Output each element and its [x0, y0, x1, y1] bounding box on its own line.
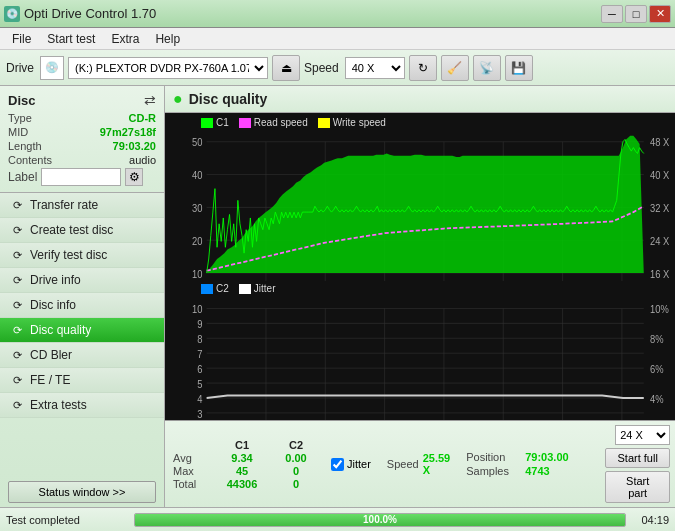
drive-label: Drive — [6, 61, 34, 75]
sidebar-item-fe-te[interactable]: ⟳ FE / TE — [0, 368, 164, 393]
menu-file[interactable]: File — [4, 30, 39, 48]
disc-mid-value: 97m27s18f — [100, 126, 156, 138]
avg-c1-val: 9.34 — [217, 452, 267, 464]
clear-button[interactable]: 🧹 — [441, 55, 469, 81]
position-samples-grid: Position 79:03.00 Samples 4743 — [466, 451, 595, 477]
total-c1-val: 44306 — [217, 478, 267, 490]
scan-button[interactable]: 📡 — [473, 55, 501, 81]
close-button[interactable]: ✕ — [649, 5, 671, 23]
verify-test-disc-icon: ⟳ — [10, 248, 24, 262]
samples-value: 4743 — [525, 465, 595, 477]
svg-text:40: 40 — [192, 170, 203, 182]
start-full-button[interactable]: Start full — [605, 448, 670, 468]
app-icon: 💿 — [4, 6, 20, 22]
sidebar-item-label: Drive info — [30, 273, 81, 287]
svg-text:4: 4 — [197, 393, 202, 405]
statusbar: Test completed 100.0% 04:19 — [0, 507, 675, 531]
sidebar-item-verify-test-disc[interactable]: ⟳ Verify test disc — [0, 243, 164, 268]
refresh-button[interactable]: ↻ — [409, 55, 437, 81]
jitter-checkbox-container: Jitter — [331, 458, 371, 471]
disc-quality-header-icon: ● — [173, 90, 183, 108]
main-area: Disc ⇄ Type CD-R MID 97m27s18f Length 79… — [0, 86, 675, 507]
jitter-checkbox[interactable] — [331, 458, 344, 471]
sidebar-nav: ⟳ Transfer rate ⟳ Create test disc ⟳ Ver… — [0, 193, 164, 418]
drive-info-icon: ⟳ — [10, 273, 24, 287]
speed-display: Speed 25.59 X — [387, 452, 450, 476]
avg-c2-val: 0.00 — [271, 452, 321, 464]
sidebar-item-disc-info[interactable]: ⟳ Disc info — [0, 293, 164, 318]
svg-text:6: 6 — [197, 364, 202, 376]
menu-extra[interactable]: Extra — [103, 30, 147, 48]
speed-select[interactable]: 40 X — [345, 57, 405, 79]
titlebar-left: 💿 Opti Drive Control 1.70 — [4, 6, 156, 22]
svg-text:6%: 6% — [650, 364, 664, 376]
svg-text:8%: 8% — [650, 334, 664, 346]
svg-text:16 X: 16 X — [650, 268, 670, 280]
sidebar-item-extra-tests[interactable]: ⟳ Extra tests — [0, 393, 164, 418]
jitter-legend-label: Jitter — [254, 283, 276, 294]
content-header: ● Disc quality — [165, 86, 675, 113]
sidebar-item-label: Verify test disc — [30, 248, 107, 262]
max-c1-val: 45 — [217, 465, 267, 477]
progress-bar: 100.0% — [135, 514, 625, 526]
label-gear-button[interactable]: ⚙ — [125, 168, 143, 186]
stats-row-headers: C1 C2 Avg 9.34 0.00 Max 45 0 Total 44306… — [173, 425, 667, 503]
sidebar-item-label: FE / TE — [30, 373, 70, 387]
svg-text:8: 8 — [197, 334, 202, 346]
drive-select[interactable]: (K:) PLEXTOR DVDR PX-760A 1.07 — [68, 57, 268, 79]
sidebar-item-drive-info[interactable]: ⟳ Drive info — [0, 268, 164, 293]
sidebar-item-disc-quality[interactable]: ⟳ Disc quality — [0, 318, 164, 343]
svg-text:24 X: 24 X — [650, 235, 670, 247]
jitter-legend-box — [239, 284, 251, 294]
extra-tests-icon: ⟳ — [10, 398, 24, 412]
save-button[interactable]: 💾 — [505, 55, 533, 81]
speed-stat-label: Speed — [387, 458, 419, 470]
sidebar-item-label: Create test disc — [30, 223, 113, 237]
disc-label-input[interactable] — [41, 168, 121, 186]
max-label: Max — [173, 465, 213, 477]
status-window-button[interactable]: Status window >> — [8, 481, 156, 503]
jitter-checkbox-label: Jitter — [347, 458, 371, 470]
sidebar-item-label: Transfer rate — [30, 198, 98, 212]
disc-length-label: Length — [8, 140, 42, 152]
sidebar-item-transfer-rate[interactable]: ⟳ Transfer rate — [0, 193, 164, 218]
c2-legend-box — [201, 284, 213, 294]
start-part-button[interactable]: Start part — [605, 471, 670, 503]
quality-speed-select[interactable]: 24 X — [615, 425, 670, 445]
disc-panel-arrow[interactable]: ⇄ — [144, 92, 156, 108]
disc-mid-row: MID 97m27s18f — [8, 126, 156, 138]
menu-help[interactable]: Help — [147, 30, 188, 48]
write-speed-legend-box — [318, 118, 330, 128]
sidebar-item-label: Extra tests — [30, 398, 87, 412]
disc-panel-header: Disc ⇄ — [8, 92, 156, 108]
sidebar-item-cd-bler[interactable]: ⟳ CD Bler — [0, 343, 164, 368]
disc-length-row: Length 79:03.20 — [8, 140, 156, 152]
stats-table: C1 C2 Avg 9.34 0.00 Max 45 0 Total 44306… — [173, 439, 321, 490]
minimize-button[interactable]: ─ — [601, 5, 623, 23]
cd-bler-icon: ⟳ — [10, 348, 24, 362]
speed-stat-value: 25.59 X — [423, 452, 451, 476]
chart1-legend: C1 Read speed Write speed — [165, 115, 675, 130]
sidebar-item-create-test-disc[interactable]: ⟳ Create test disc — [0, 218, 164, 243]
sidebar: Disc ⇄ Type CD-R MID 97m27s18f Length 79… — [0, 86, 165, 507]
menu-start-test[interactable]: Start test — [39, 30, 103, 48]
right-stats: Position 79:03.00 Samples 4743 24 X Star… — [466, 425, 670, 503]
disc-length-value: 79:03.20 — [113, 140, 156, 152]
svg-text:48 X: 48 X — [650, 137, 670, 149]
samples-label: Samples — [466, 465, 521, 477]
disc-label-row: Label ⚙ — [8, 168, 156, 186]
transfer-rate-icon: ⟳ — [10, 198, 24, 212]
stats-section: C1 C2 Avg 9.34 0.00 Max 45 0 Total 44306… — [165, 420, 675, 507]
eject-button[interactable]: ⏏ — [272, 55, 300, 81]
max-c2-val: 0 — [271, 465, 321, 477]
total-label: Total — [173, 478, 213, 490]
progress-bar-container: 100.0% — [134, 513, 626, 527]
disc-contents-value: audio — [129, 154, 156, 166]
maximize-button[interactable]: □ — [625, 5, 647, 23]
avg-label: Avg — [173, 452, 213, 464]
position-value: 79:03.00 — [525, 451, 595, 463]
disc-contents-row: Contents audio — [8, 154, 156, 166]
write-speed-legend-label: Write speed — [333, 117, 386, 128]
disc-type-row: Type CD-R — [8, 112, 156, 124]
elapsed-time: 04:19 — [634, 514, 669, 526]
